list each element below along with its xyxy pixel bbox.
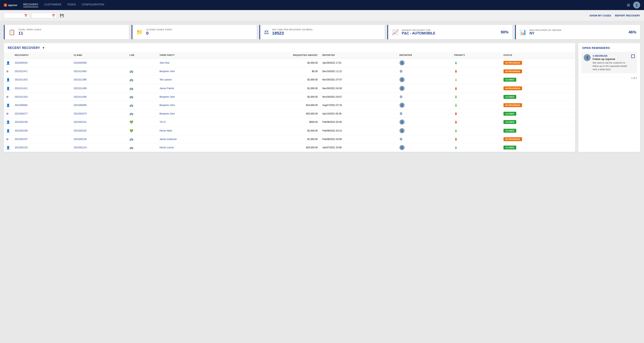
- reminder-id[interactable]: # 2021001216: [592, 54, 629, 57]
- recovery-link[interactable]: 2021008382: [15, 104, 28, 107]
- table-header: RECENT RECOVERY ▼: [4, 43, 575, 52]
- show-my-cases-button[interactable]: SHOW MY CASES: [590, 14, 611, 17]
- filter-icon[interactable]: ▼: [42, 46, 45, 50]
- person-icon: 👤: [6, 87, 10, 90]
- save-icon[interactable]: 💾: [60, 14, 64, 18]
- stat-highest-icon: 📈: [392, 29, 399, 35]
- claim-link[interactable]: 2021011395: [74, 78, 86, 81]
- gear-icon: ⚙: [6, 138, 9, 141]
- recovery-link[interactable]: 2021011411: [15, 87, 28, 90]
- priority-low-icon: 🌡: [454, 103, 458, 107]
- date-from-input[interactable]: 05/01/2020: [6, 14, 23, 17]
- third-party-name[interactable]: Tim G: [160, 121, 166, 123]
- priority-high-icon: 🌡: [454, 111, 458, 116]
- recovery-link[interactable]: 2022004534: [15, 62, 28, 64]
- grid-icon[interactable]: ⊞: [627, 3, 630, 7]
- app-logo: a appian: [4, 4, 18, 7]
- nav-configuration[interactable]: CONFIGURATION: [82, 3, 104, 7]
- gear-icon: ⚙: [6, 95, 9, 98]
- claim-link[interactable]: 2021002228: [74, 138, 86, 141]
- priority-low-icon: 🌡: [454, 129, 458, 133]
- nav-links: RECOVERY CUSTOMERS TASKS CONFIGURATION: [23, 3, 104, 7]
- recovery-table: RECOVERY# CLAIM# LOB THIRD PARTY REQUEST…: [4, 52, 575, 152]
- report-recovery-button[interactable]: REPORT RECOVERY: [615, 14, 640, 17]
- nav-tasks[interactable]: TASKS: [67, 3, 76, 7]
- recovery-link[interactable]: 2021012471: [15, 70, 28, 73]
- third-party-name[interactable]: Benjamin John: [160, 112, 175, 115]
- third-party-name[interactable]: Hector Larson: [160, 146, 174, 149]
- requested-amount: $2,000.00: [227, 93, 320, 101]
- claim-link[interactable]: 2021012463: [74, 70, 86, 73]
- reported-date: Nov/30/2021 04:30: [320, 84, 397, 93]
- reporter-gear-icon: ⚙: [400, 95, 402, 99]
- table-row: 👤20210022382021002232💚Hector Mark$2,000.…: [4, 126, 575, 135]
- table-row: 👤20220045342022002508John Doe$2,000.00Ap…: [4, 58, 575, 67]
- row-type-icon: ⚙: [4, 135, 12, 143]
- user-avatar[interactable]: 👤: [633, 2, 640, 9]
- col-header-reported: REPORTED: [320, 52, 397, 58]
- claim-link[interactable]: 2021011409: [74, 87, 86, 90]
- requested-amount: $2,000.00: [227, 75, 320, 84]
- third-party-name[interactable]: Benjamin John: [160, 96, 175, 98]
- status-badge: CLOSED: [504, 129, 516, 133]
- recovery-link[interactable]: 2021004277: [15, 112, 28, 115]
- priority-high-icon: 🌡: [454, 137, 458, 141]
- bus-icon: 🚌: [130, 146, 133, 149]
- claim-link[interactable]: 2021011406: [74, 96, 86, 98]
- stat-highest-pct: 90%: [501, 30, 508, 35]
- reporter-avatar: 👤: [400, 86, 404, 91]
- bus-icon: 🚌: [130, 104, 133, 107]
- claim-link[interactable]: 2021008380: [74, 104, 86, 107]
- recovery-link[interactable]: 2021002238: [15, 129, 28, 132]
- recovery-link[interactable]: 2021002237: [15, 138, 28, 141]
- date-from-calendar-icon[interactable]: 📅: [24, 14, 28, 17]
- third-party-name[interactable]: John Doe: [160, 62, 169, 64]
- status-badge: IN PROGRESS: [504, 103, 522, 107]
- date-to-calendar-icon[interactable]: 📅: [52, 14, 55, 17]
- recovery-link[interactable]: 2021011410: [15, 96, 28, 98]
- col-header-status: STATUS: [501, 52, 575, 58]
- third-party-name[interactable]: Benjamin John: [160, 70, 175, 73]
- requested-amount: $2,000.00: [227, 58, 320, 67]
- claim-link[interactable]: 2021004275: [74, 112, 86, 115]
- reporter-avatar: 👤: [400, 60, 404, 65]
- person-icon: 👤: [6, 78, 10, 81]
- reporter-avatar: 👤: [400, 103, 404, 108]
- claim-link[interactable]: 2022002508: [74, 62, 86, 64]
- stat-open-icon: 📋: [8, 29, 15, 35]
- nav-recovery[interactable]: RECOVERY: [23, 3, 38, 7]
- stat-open-value: 11: [18, 31, 41, 36]
- col-header-empty: [4, 52, 12, 58]
- row-type-icon: 👤: [4, 118, 12, 126]
- third-party-name[interactable]: James Anderson: [160, 138, 177, 141]
- priority-low-icon: 🌡: [454, 61, 458, 65]
- reporter-gear-icon: ⚙: [400, 112, 402, 116]
- table-row: ⚙20210022372021002228🚌James Anderson$1,0…: [4, 135, 575, 143]
- nav-customers[interactable]: CUSTOMERS: [44, 3, 61, 7]
- recovery-link[interactable]: 2021002239: [15, 121, 28, 123]
- col-header-thirdparty: THIRD PARTY: [157, 52, 227, 58]
- person-icon: 👤: [6, 61, 10, 65]
- third-party-name[interactable]: Ted Lawson: [160, 78, 172, 81]
- heart-icon: 💚: [130, 129, 133, 132]
- row-type-icon: ⚙: [4, 110, 12, 118]
- recovery-link[interactable]: 2021001216: [15, 146, 28, 149]
- third-party-name[interactable]: Benjamin John: [160, 104, 175, 107]
- requested-amount: $1,000.00: [227, 84, 320, 93]
- stat-cards: 📋 TOTAL OPEN CASES 11 📁 CLOSED CASES TOD…: [0, 21, 644, 41]
- reminder-checkbox[interactable]: [631, 55, 635, 58]
- claim-link[interactable]: 2021001214: [74, 146, 86, 149]
- brand-name: appian: [8, 4, 18, 7]
- claim-link[interactable]: 2021002232: [74, 129, 86, 132]
- bus-icon: 🚌: [130, 95, 133, 98]
- claim-link[interactable]: 2021002231: [74, 121, 86, 123]
- recovery-link[interactable]: 2021011415: [15, 78, 28, 81]
- table-header-row: RECOVERY# CLAIM# LOB THIRD PARTY REQUEST…: [4, 52, 575, 58]
- third-party-name[interactable]: James Patrick: [160, 87, 174, 90]
- stat-avg-value: 18523: [272, 31, 312, 36]
- third-party-name[interactable]: Hector Mark: [160, 129, 172, 132]
- reported-date: Feb/08/2021 03:14: [320, 126, 397, 135]
- date-to-input[interactable]: 08/26/2022: [33, 14, 51, 17]
- reminders-title: OPEN REMINDERS: [578, 43, 640, 52]
- reporter-gear-icon: ⚙: [400, 137, 402, 141]
